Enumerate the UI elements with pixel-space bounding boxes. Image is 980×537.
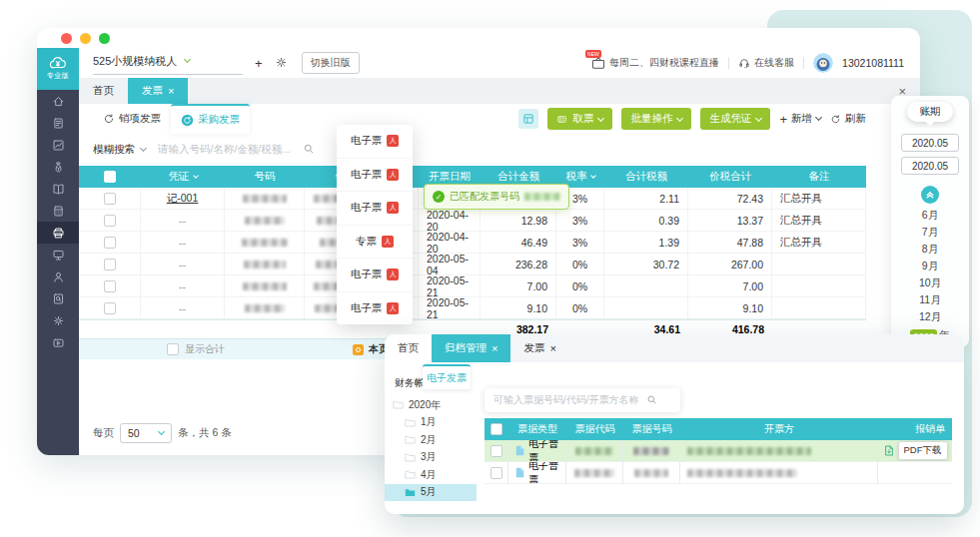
invoice-type-cell[interactable]: 专票 [337,226,413,260]
invoice-type-cell[interactable]: 电子票 [337,125,413,159]
pdf-icon[interactable] [387,202,399,214]
live-course-link[interactable]: NEW 每周二、四财税课程直播 [591,56,719,70]
invoice-amount: 236.28 [481,254,556,275]
pdf-icon[interactable] [387,268,399,280]
search-icon[interactable] [303,141,315,159]
tree-item-month[interactable]: 2月 [385,431,477,449]
tab-home[interactable]: 首页 [79,78,128,104]
subtab-purchase-invoice[interactable]: 采购发票 [171,104,250,134]
pdf-icon[interactable] [387,135,399,147]
traffic-light-close-icon[interactable] [61,33,72,44]
month-item[interactable]: 9月 [922,260,938,271]
subtab-purchase-label: 采购发票 [198,113,240,127]
online-support-link[interactable]: 在线客服 [738,56,794,70]
traffic-light-zoom-icon[interactable] [99,33,110,44]
invoice-type-cell[interactable]: 电子票 [337,192,413,226]
sidebar-item-checkout[interactable] [37,287,79,309]
period-current-box[interactable]: 2020.05 [901,134,959,152]
company-selector[interactable]: 525小规模纳税人 [93,52,243,75]
tab-e-invoice[interactable]: 电子发票 [423,364,471,389]
sidebar-item-ledger[interactable] [37,178,79,200]
tab-home[interactable]: 首页 [385,334,432,362]
pdf-download-button[interactable]: PDF下载 [898,441,948,460]
invoice-type-cell[interactable]: 电子票 [337,292,413,325]
add-new-button[interactable]: +新增 [779,112,821,126]
close-tab-icon[interactable]: × [491,343,497,354]
show-totals-checkbox[interactable] [167,343,179,355]
tab-invoice[interactable]: 发票× [510,334,568,362]
avatar[interactable] [813,53,833,73]
period-compare-box[interactable]: 2020.05 [901,157,959,175]
select-all-checkbox[interactable] [104,171,116,183]
month-item[interactable]: 7月 [922,226,938,238]
switch-old-version-button[interactable]: 切换旧版 [302,52,360,74]
redacted-number [225,232,305,254]
refresh-button[interactable]: 刷新 [830,112,866,126]
search-input[interactable]: 请输入号码/名称/金额/税额... [158,143,291,157]
month-item[interactable]: 10月 [919,276,941,288]
invoice-rate: 0% [556,254,604,275]
search-icon[interactable] [646,391,657,409]
add-company-button[interactable]: + [255,57,263,70]
row-checkbox[interactable] [104,193,116,205]
scroll-up-button[interactable] [921,186,939,204]
tree-item-month[interactable]: 3月 [385,449,477,467]
sidebar-item-home[interactable] [37,90,79,112]
invoice-type-cell[interactable]: 电子票 [337,259,413,292]
close-tab-icon[interactable]: × [549,343,555,354]
subtab-sales-invoice[interactable]: 销项发票 [93,105,171,133]
sidebar-item-invoice[interactable] [37,222,79,244]
pdf-download-icon[interactable] [883,444,895,457]
header-gear-icon[interactable] [275,56,288,71]
month-item[interactable]: 8月 [922,243,938,255]
month-item[interactable]: 11月 [919,293,940,305]
sidebar-item-tax[interactable] [37,200,79,222]
period-pill-button[interactable]: 账期 [907,102,953,122]
voucher-link[interactable]: 记-001 [167,192,199,206]
row-checkbox[interactable] [104,302,116,314]
sidebar-item-tutorial[interactable] [37,331,79,353]
tab-archive-management[interactable]: 归档管理× [432,334,510,362]
pdf-icon[interactable] [382,236,394,248]
per-page-select[interactable]: 50 [120,423,172,443]
tree-item-year[interactable]: 2020年 [385,396,477,414]
row-checkbox[interactable] [104,280,116,292]
row-checkbox[interactable] [490,445,502,457]
tab-invoice[interactable]: 发票× [128,78,188,104]
tree-item-month[interactable]: 1月 [385,414,477,432]
invoice-tax [604,297,688,319]
invoice-type-cell[interactable]: 电子票 [337,159,413,193]
tree-item-month[interactable]: 4月 [385,466,477,484]
month-item[interactable]: 6月 [922,209,938,221]
month-item[interactable]: 12月 [919,310,941,322]
row-checkbox[interactable] [104,215,116,227]
show-totals-toggle[interactable]: 显示合计 [167,342,225,356]
pdf-icon[interactable] [387,302,399,314]
archive-search-bar[interactable]: 可输入票据号码/代码/开票方名称 [485,388,680,412]
sidebar-item-settings[interactable] [37,309,79,331]
fuzzy-search-dropdown[interactable]: 模糊搜索 [93,143,146,157]
row-checkbox[interactable] [104,259,116,270]
gear-icon [52,314,65,327]
generate-voucher-button[interactable]: 生成凭证 [700,108,770,130]
archive-search-input[interactable]: 可输入票据号码/代码/开票方名称 [493,393,639,407]
sidebar-item-funds[interactable] [37,156,79,178]
fetch-invoice-button[interactable]: 取票 [547,108,612,130]
archive-body: 财务帐 电子发票 2020年 1月 2月 3月 4月 5月 可输入票据号码/代码… [385,362,964,514]
pdf-icon[interactable] [387,169,399,181]
close-tab-icon[interactable]: × [168,86,174,97]
app-logo[interactable]: 专业版 [37,48,79,90]
sidebar-item-reports[interactable] [37,134,79,156]
sidebar-item-salary[interactable] [37,266,79,287]
col-voucher[interactable]: 凭证 [141,166,225,188]
traffic-light-minimize-icon[interactable] [80,33,91,44]
scan-view-button[interactable] [518,109,538,129]
tree-item-month-selected[interactable]: 5月 [385,484,477,502]
row-checkbox[interactable] [490,467,502,479]
sidebar-item-bills[interactable] [37,112,79,134]
redacted-bill-number [623,440,680,462]
select-all-checkbox[interactable] [490,423,502,435]
row-checkbox[interactable] [104,237,116,249]
batch-actions-button[interactable]: 批量操作 [621,108,691,130]
sidebar-item-assets[interactable] [37,244,79,266]
